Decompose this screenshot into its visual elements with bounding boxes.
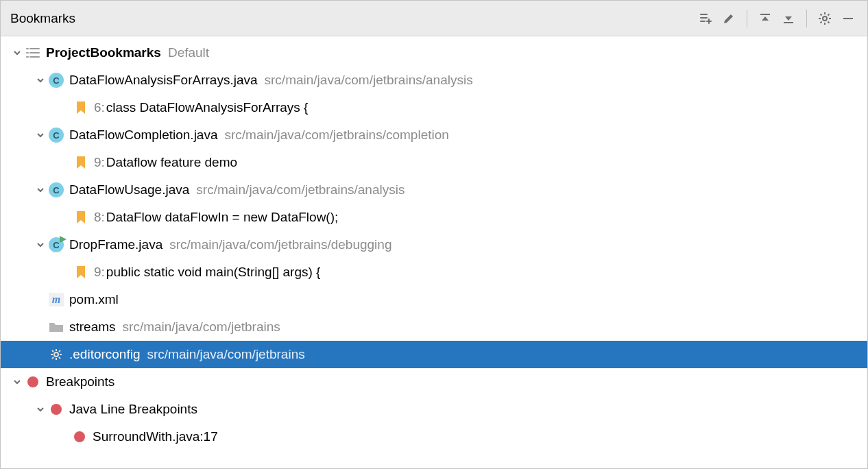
editorconfig-name: .editorconfig bbox=[69, 347, 141, 362]
chevron-down-icon[interactable] bbox=[10, 378, 24, 386]
panel-actions bbox=[696, 9, 858, 28]
toolbar-separator bbox=[747, 10, 747, 27]
bookmark-text: Dataflow feature demo bbox=[106, 155, 237, 170]
tree-node-breakpoints[interactable]: Breakpoints bbox=[1, 368, 867, 396]
chevron-down-icon[interactable] bbox=[10, 49, 24, 57]
bookmark-text: class DataFlowAnalysisForArrays { bbox=[106, 100, 309, 115]
chevron-down-icon[interactable] bbox=[34, 76, 47, 84]
chevron-down-icon[interactable] bbox=[34, 241, 47, 249]
breakpoint-item-label: SurroundWith.java:17 bbox=[93, 429, 218, 444]
settings-icon[interactable] bbox=[815, 9, 834, 28]
collapse-all-icon[interactable] bbox=[779, 9, 798, 28]
file-path: src/main/java/com/jetbrains/debugging bbox=[169, 237, 391, 252]
class-file-icon: C bbox=[47, 128, 65, 143]
tree-node-bookmark[interactable]: 9: public static void main(String[] args… bbox=[1, 258, 867, 286]
add-bookmark-list-icon[interactable] bbox=[696, 9, 715, 28]
bookmark-list-icon bbox=[24, 47, 42, 59]
tree-node-bookmark[interactable]: 8: DataFlow dataFlowIn = new DataFlow(); bbox=[1, 204, 867, 231]
bookmark-line: 9: bbox=[94, 265, 105, 280]
tree-node-file[interactable]: C DataFlowUsage.java src/main/java/com/j… bbox=[1, 176, 867, 204]
bookmark-line: 9: bbox=[94, 155, 105, 170]
panel-title: Bookmarks bbox=[10, 11, 696, 26]
breakpoint-icon bbox=[71, 430, 88, 444]
runnable-class-icon: C bbox=[47, 237, 65, 252]
svg-rect-1 bbox=[784, 22, 793, 23]
bookmark-icon bbox=[72, 211, 90, 224]
folder-icon bbox=[47, 321, 65, 333]
tree-node-bookmark[interactable]: 6: class DataFlowAnalysisForArrays { bbox=[1, 94, 867, 121]
svg-point-2 bbox=[823, 16, 827, 21]
folder-name: streams bbox=[69, 320, 116, 335]
file-name: DataFlowCompletion.java bbox=[69, 128, 218, 143]
class-file-icon: C bbox=[47, 73, 65, 88]
tree-node-file[interactable]: C DropFrame.java src/main/java/com/jetbr… bbox=[1, 231, 867, 258]
file-path: src/main/java/com/jetbrains/analysis bbox=[196, 182, 405, 197]
bookmark-icon bbox=[72, 156, 90, 169]
tree-node-project-bookmarks[interactable]: ProjectBookmarks Default bbox=[1, 39, 867, 67]
svg-point-5 bbox=[27, 376, 38, 387]
file-path: src/main/java/com/jetbrains/analysis bbox=[265, 73, 473, 88]
tree-node-pom[interactable]: m pom.xml bbox=[1, 286, 867, 313]
file-path: src/main/java/com/jetbrains/completion bbox=[225, 128, 449, 143]
svg-rect-3 bbox=[843, 18, 853, 19]
breakpoint-group-label: Java Line Breakpoints bbox=[69, 402, 197, 417]
project-bookmarks-label: ProjectBookmarks bbox=[46, 45, 161, 60]
chevron-down-icon[interactable] bbox=[34, 405, 47, 413]
svg-point-7 bbox=[74, 431, 85, 442]
chevron-down-icon[interactable] bbox=[34, 186, 47, 194]
bookmark-text: DataFlow dataFlowIn = new DataFlow(); bbox=[106, 210, 338, 225]
bookmarks-tree[interactable]: ProjectBookmarks Default C DataFlowAnaly… bbox=[1, 36, 867, 468]
toolbar-separator bbox=[806, 10, 807, 27]
tree-node-bookmark[interactable]: 9: Dataflow feature demo bbox=[1, 149, 867, 176]
file-name: DataFlowAnalysisForArrays.java bbox=[69, 73, 258, 88]
chevron-down-icon[interactable] bbox=[34, 131, 47, 139]
bookmark-line: 8: bbox=[94, 210, 105, 225]
editorconfig-path: src/main/java/com/jetbrains bbox=[147, 347, 305, 362]
pom-label: pom.xml bbox=[69, 292, 119, 307]
svg-rect-0 bbox=[760, 14, 770, 15]
panel-header: Bookmarks bbox=[1, 1, 867, 36]
bookmark-icon bbox=[72, 265, 90, 279]
tree-node-file[interactable]: C DataFlowAnalysisForArrays.java src/mai… bbox=[1, 67, 867, 94]
bookmark-line: 6: bbox=[94, 100, 105, 115]
tree-node-breakpoint-group[interactable]: Java Line Breakpoints bbox=[1, 396, 867, 423]
project-bookmarks-tag: Default bbox=[168, 45, 209, 60]
breakpoint-icon bbox=[47, 402, 65, 416]
folder-path: src/main/java/com/jetbrains bbox=[123, 320, 280, 335]
class-file-icon: C bbox=[47, 182, 65, 197]
tree-node-editorconfig[interactable]: .editorconfig src/main/java/com/jetbrain… bbox=[1, 341, 867, 368]
file-name: DropFrame.java bbox=[69, 237, 162, 252]
gear-file-icon bbox=[47, 348, 65, 361]
tree-node-file[interactable]: C DataFlowCompletion.java src/main/java/… bbox=[1, 121, 867, 149]
maven-file-icon: m bbox=[47, 293, 65, 306]
minimize-icon[interactable] bbox=[839, 9, 858, 28]
expand-all-icon[interactable] bbox=[756, 9, 775, 28]
bookmark-text: public static void main(String[] args) { bbox=[106, 265, 321, 280]
svg-point-4 bbox=[54, 352, 58, 357]
tree-node-folder[interactable]: streams src/main/java/com/jetbrains bbox=[1, 313, 867, 341]
edit-icon[interactable] bbox=[719, 9, 738, 28]
bookmark-icon bbox=[72, 101, 90, 115]
svg-point-6 bbox=[51, 404, 62, 415]
breakpoints-label: Breakpoints bbox=[46, 374, 114, 389]
file-name: DataFlowUsage.java bbox=[69, 182, 189, 197]
breakpoint-icon bbox=[24, 375, 42, 389]
tree-node-breakpoint-item[interactable]: SurroundWith.java:17 bbox=[1, 423, 867, 450]
